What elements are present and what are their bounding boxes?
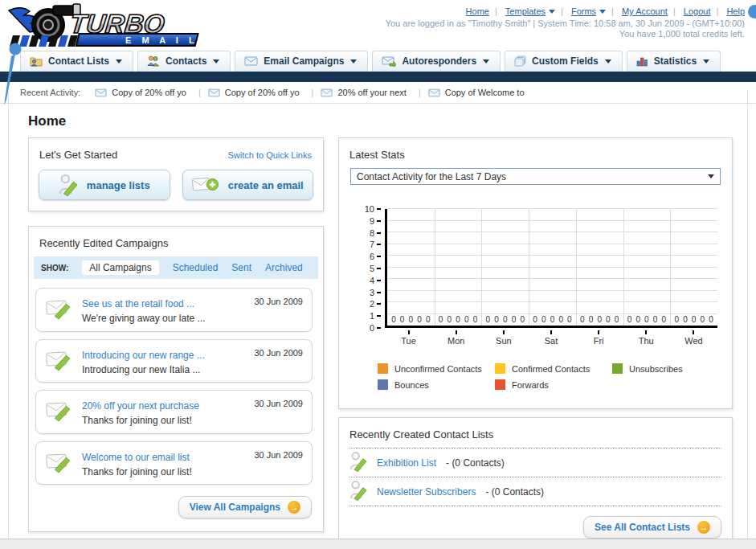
gridline <box>481 209 482 326</box>
login-status-text: You are logged in as "Timothy Smith" | S… <box>386 18 745 28</box>
contact-list-link[interactable]: Exhibition List <box>377 457 436 469</box>
y-tick-mark <box>377 244 381 245</box>
x-tick-mark <box>693 330 694 334</box>
tab-autoresponders[interactable]: Autoresponders <box>372 51 501 72</box>
chevron-down-icon <box>703 59 709 64</box>
y-tick-mark <box>377 232 381 234</box>
value-label: 0 <box>597 316 602 324</box>
contact-lists-title: Recently Created Contact Lists <box>349 428 493 440</box>
legend-swatch <box>495 363 505 374</box>
latest-stats-panel: Latest Stats Contact Activity for the La… <box>338 137 733 409</box>
value-label: 0 <box>512 316 517 324</box>
value-label: 0 <box>533 316 537 324</box>
gridline <box>623 209 624 326</box>
nav-link-templates[interactable]: Templates <box>505 6 546 16</box>
value-label: 0 <box>662 316 667 324</box>
recent-activity-item[interactable]: Copy of 20% off yo <box>95 88 208 97</box>
y-tick-label: 8 <box>370 228 374 238</box>
campaign-row[interactable]: 20% off your next purchaseThanks for joi… <box>35 390 313 434</box>
corner-dot-decoration <box>748 5 756 18</box>
value-label: 0 <box>400 316 405 324</box>
contact-list-link[interactable]: Newsletter Subscribers <box>377 486 476 498</box>
envelope-icon <box>321 88 333 97</box>
recent-activity-item[interactable]: Copy of Welcome to <box>428 88 525 97</box>
value-label: 0 <box>701 316 705 324</box>
legend-item: Forwards <box>495 379 612 390</box>
campaign-title-link[interactable]: Introducing our new range ... <box>82 350 205 361</box>
campaign-row[interactable]: Welcome to our email listThanks for join… <box>35 441 313 485</box>
view-all-campaigns-button[interactable]: View All Campaigns → <box>178 496 312 518</box>
nav-link-home[interactable]: Home <box>466 6 489 16</box>
see-all-contact-lists-button[interactable]: See All Contact Lists → <box>583 516 721 539</box>
legend-swatch <box>378 379 388 390</box>
value-label: 0 <box>674 316 679 324</box>
filter-all-campaigns[interactable]: All Campaigns <box>82 260 158 275</box>
recent-activity-item[interactable]: 20% off your next <box>321 88 427 97</box>
chart-legend: Unconfirmed ContactsConfirmed ContactsUn… <box>378 363 731 395</box>
x-axis-cell: Tue <box>385 330 432 346</box>
campaign-text: Welcome to our email listThanks for join… <box>82 447 254 480</box>
recent-activity-label: Recent Activity: <box>20 88 80 97</box>
legend-label: Forwards <box>512 380 549 390</box>
contact-list-row[interactable]: Newsletter Subscribers- (0 Contacts) <box>339 477 732 506</box>
gridline <box>387 267 717 268</box>
tab-contacts[interactable]: Contacts <box>137 51 231 72</box>
nav-link-help[interactable]: Help <box>726 6 745 16</box>
person-pencil-icon <box>59 174 78 196</box>
value-labels-group: 00000 <box>481 314 529 324</box>
create-email-button[interactable]: create an email <box>182 170 314 200</box>
gridline <box>387 208 717 209</box>
campaign-row[interactable]: See us at the retail food ...We're givin… <box>35 288 313 332</box>
chart-y-axis: 012345678910 <box>358 209 381 328</box>
activity-item-label: Copy of Welcome to <box>445 88 525 97</box>
chevron-down-icon <box>605 59 611 64</box>
button-label: See All Contact Lists <box>595 522 690 533</box>
campaign-title-link[interactable]: Welcome to our email list <box>82 452 190 463</box>
gridline <box>387 278 717 279</box>
value-labels-group: 00000 <box>387 314 435 324</box>
y-tick-label: 3 <box>370 288 374 297</box>
y-tick-mark <box>377 220 381 222</box>
stats-period-dropdown[interactable]: Contact Activity for the Last 7 Days <box>350 168 721 185</box>
tab-contact-lists[interactable]: Contact Lists <box>20 51 133 72</box>
gridline <box>387 290 717 291</box>
legend-item: Bounces <box>378 379 495 390</box>
filter-archived[interactable]: Archived <box>265 262 303 273</box>
gridline <box>387 301 717 302</box>
header-right: Home Templates Forms My Account Logout H… <box>386 3 745 47</box>
campaign-row[interactable]: Introducing our new range ...Introducing… <box>35 339 313 383</box>
switch-quick-links[interactable]: Switch to Quick Links <box>227 150 312 160</box>
y-tick-mark <box>377 280 381 281</box>
value-label: 0 <box>503 316 508 324</box>
value-label: 0 <box>494 316 499 324</box>
tab-statistics[interactable]: Statistics <box>627 51 721 72</box>
legend-swatch <box>378 363 388 374</box>
contact-lists-folder-icon <box>30 55 43 67</box>
contact-list-row[interactable]: Exhibition List- (0 Contacts) <box>339 449 732 477</box>
manage-lists-button[interactable]: manage lists <box>39 170 170 200</box>
chevron-down-icon <box>116 59 122 64</box>
x-tick-label: Wed <box>684 336 702 346</box>
activity-item-label: Copy of 20% off yo <box>225 88 300 97</box>
nav-link-my-account[interactable]: My Account <box>622 6 668 16</box>
value-labels-group: 00000 <box>623 314 671 324</box>
tab-custom-fields[interactable]: Custom Fields <box>505 51 623 72</box>
activity-item-label: 20% off your next <box>337 88 406 97</box>
nav-link-logout[interactable]: Logout <box>684 6 711 16</box>
campaign-title-link[interactable]: 20% off your next purchase <box>82 400 199 412</box>
filter-sent[interactable]: Sent <box>231 262 251 273</box>
nav-link-forms[interactable]: Forms <box>571 6 596 16</box>
value-labels-group: 00000 <box>529 314 576 324</box>
turbo-logo-graphic: TURBO E M A I L <box>6 3 206 48</box>
recent-activity-item[interactable]: Copy of 20% off yo <box>208 88 321 97</box>
envelope-pencil-icon <box>45 348 72 374</box>
envelope-arrow-icon <box>382 56 396 67</box>
campaign-title-link[interactable]: See us at the retail food ... <box>82 298 194 309</box>
value-label: 0 <box>683 316 688 324</box>
credits-text: You have 1,000 total credits left. <box>386 29 745 39</box>
y-tick-label: 6 <box>370 252 374 261</box>
latest-stats-title: Latest Stats <box>349 149 405 161</box>
tab-email-campaigns[interactable]: Email Campaigns <box>235 51 368 72</box>
arrow-right-icon: → <box>288 501 300 514</box>
filter-scheduled[interactable]: Scheduled <box>173 262 219 273</box>
